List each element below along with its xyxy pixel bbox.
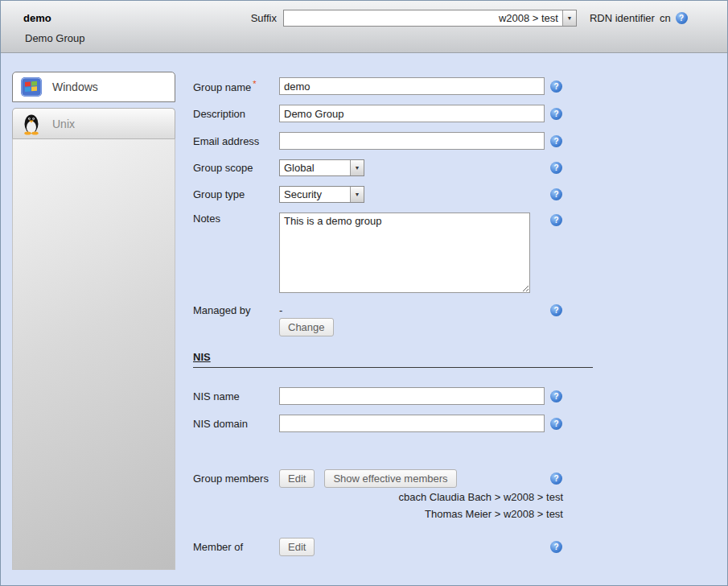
header: demo Suffix w2008 > test ▼ RDN identifie…	[1, 1, 727, 53]
tux-icon	[20, 113, 43, 135]
help-icon-group-scope[interactable]: ?	[550, 162, 562, 174]
group-member-item: Thomas Meier > w2008 > test	[193, 508, 563, 520]
page-title: demo	[23, 12, 51, 24]
group-scope-selected-value: Global	[280, 160, 350, 175]
chevron-down-icon: ▼	[350, 160, 364, 175]
group-members-list: cbach Claudia Bach > w2008 > test Thomas…	[193, 491, 563, 520]
chevron-down-icon: ▼	[562, 10, 576, 26]
group-name-row: Group name* ?	[193, 77, 727, 95]
rdn-identifier-value: cn	[660, 12, 671, 24]
suffix-select[interactable]: w2008 > test ▼	[283, 10, 577, 27]
managed-by-row: Managed by - ?	[193, 304, 727, 316]
group-scope-row: Group scope Global ▼ ?	[193, 159, 727, 176]
managed-by-value: -	[279, 304, 550, 316]
sidebar-panel	[12, 138, 175, 570]
group-type-label: Group type	[193, 188, 279, 200]
help-icon-description[interactable]: ?	[550, 108, 562, 120]
help-icon-nis-name[interactable]: ?	[550, 390, 562, 402]
show-effective-members-button[interactable]: Show effective members	[324, 469, 456, 488]
group-scope-select[interactable]: Global ▼	[279, 159, 364, 176]
group-member-item: cbach Claudia Bach > w2008 > test	[193, 491, 563, 503]
suffix-group: Suffix w2008 > test ▼	[251, 10, 577, 27]
help-icon-group-members[interactable]: ?	[550, 473, 562, 485]
notes-row: Notes This is a demo group ?	[193, 213, 727, 293]
page-subtitle: Demo Group	[25, 32, 716, 44]
email-input[interactable]	[279, 132, 545, 150]
group-type-row: Group type Security ▼ ?	[193, 186, 727, 203]
group-scope-label: Group scope	[193, 162, 279, 174]
member-of-row: Member of Edit ?	[193, 538, 727, 556]
group-name-label: Group name*	[193, 79, 279, 93]
group-type-select[interactable]: Security ▼	[279, 186, 364, 203]
help-icon-nis-domain[interactable]: ?	[550, 418, 562, 430]
managed-by-change-row: Change	[279, 318, 727, 336]
group-edit-window: demo Suffix w2008 > test ▼ RDN identifie…	[0, 0, 728, 586]
required-asterisk: *	[253, 79, 256, 89]
member-of-label: Member of	[193, 541, 279, 553]
tab-unix[interactable]: Unix	[12, 108, 175, 138]
group-type-selected-value: Security	[280, 187, 350, 202]
member-of-edit-button[interactable]: Edit	[279, 538, 315, 556]
description-row: Description ?	[193, 105, 727, 122]
help-icon-rdn[interactable]: ?	[676, 12, 688, 24]
nis-name-input[interactable]	[279, 387, 545, 405]
help-icon-member-of[interactable]: ?	[550, 541, 562, 553]
group-members-label: Group members	[193, 473, 279, 485]
nis-section-header: NIS	[193, 351, 593, 368]
content: Windows Unix	[1, 53, 727, 586]
header-title-row: demo Suffix w2008 > test ▼ RDN identifie…	[23, 9, 716, 27]
help-icon-group-type[interactable]: ?	[550, 188, 562, 200]
help-icon-group-name[interactable]: ?	[550, 80, 562, 93]
form-area: Group name* ? Description ? Email addres…	[175, 53, 727, 586]
rdn-group: RDN identifier cn ?	[590, 12, 688, 24]
windows-icon	[20, 76, 43, 98]
sidebar: Windows Unix	[12, 72, 175, 570]
help-icon-email[interactable]: ?	[550, 135, 562, 147]
email-row: Email address ?	[193, 132, 727, 150]
change-button[interactable]: Change	[279, 318, 334, 336]
description-input[interactable]	[279, 105, 545, 122]
suffix-label: Suffix	[251, 12, 277, 24]
nis-domain-label: NIS domain	[193, 418, 279, 430]
tab-unix-label: Unix	[52, 118, 75, 130]
rdn-identifier-label: RDN identifier	[590, 12, 655, 24]
description-label: Description	[193, 108, 279, 120]
help-icon-notes[interactable]: ?	[550, 214, 562, 226]
nis-name-row: NIS name ?	[193, 387, 727, 405]
nis-domain-input[interactable]	[279, 415, 545, 432]
notes-textarea[interactable]: This is a demo group	[279, 213, 530, 293]
tab-windows-label: Windows	[52, 80, 98, 93]
help-icon-managed-by[interactable]: ?	[550, 304, 562, 316]
nis-section-title: NIS	[193, 351, 211, 363]
nis-domain-row: NIS domain ?	[193, 415, 727, 432]
nis-name-label: NIS name	[193, 390, 279, 402]
tab-windows[interactable]: Windows	[12, 72, 175, 102]
managed-by-label: Managed by	[193, 304, 279, 316]
email-label: Email address	[193, 135, 279, 147]
notes-label: Notes	[193, 213, 279, 225]
group-members-edit-button[interactable]: Edit	[279, 469, 315, 488]
group-members-row: Group members Edit Show effective member…	[193, 469, 727, 488]
suffix-selected-value: w2008 > test	[284, 10, 562, 26]
chevron-down-icon: ▼	[350, 187, 364, 202]
group-name-input[interactable]	[279, 77, 545, 95]
